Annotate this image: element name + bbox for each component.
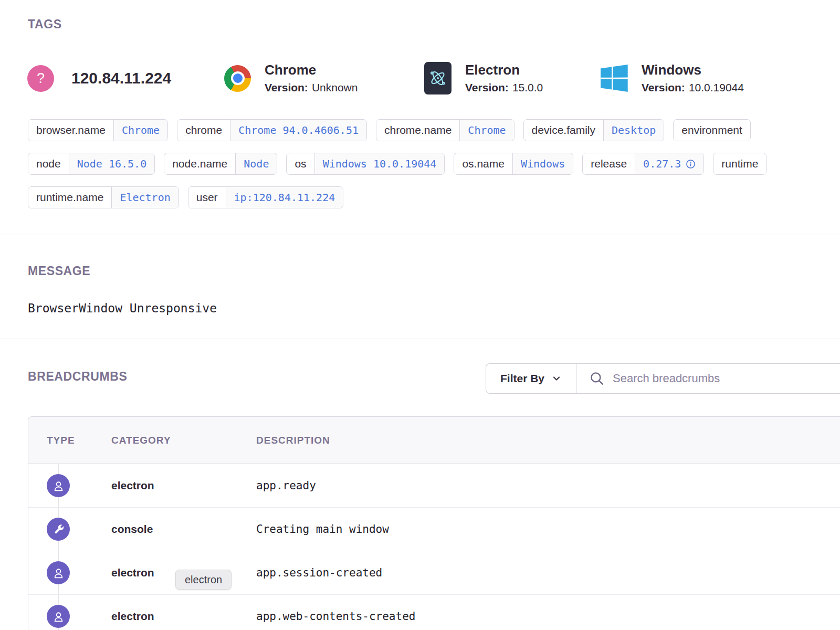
- tag-pill: userip:120.84.11.224: [188, 186, 344, 208]
- breadcrumb-row: electronapp.session-created: [28, 551, 840, 595]
- category-tooltip: electron: [175, 570, 232, 590]
- breadcrumbs-table-body[interactable]: electronapp.readyconsoleCreating main wi…: [28, 464, 840, 630]
- tag-value-link[interactable]: Chrome: [459, 120, 513, 141]
- tag-value-link[interactable]: Windows: [512, 153, 573, 174]
- breadcrumbs-section-heading: BREADCRUMBS: [28, 370, 127, 384]
- tag-pill: osWindows 10.0.19044: [286, 153, 445, 175]
- tag-key: browser.name: [28, 120, 113, 141]
- user-icon: [47, 561, 70, 584]
- tag-pill-row: runtime.nameElectronuserip:120.84.11.224: [28, 186, 840, 208]
- tag-pill: node.nameNode: [164, 153, 277, 175]
- tag-pill: device.familyDesktop: [523, 119, 665, 141]
- column-header-description: DESCRIPTION: [256, 435, 840, 446]
- tag-pill-row: browser.nameChromechromeChrome 94.0.4606…: [28, 119, 840, 141]
- breadcrumb-category: electron: [111, 479, 256, 492]
- section-divider: [0, 339, 840, 339]
- message-text: BrowserWindow Unresponsive: [28, 301, 217, 315]
- browser-version-value: Unknown: [312, 81, 358, 93]
- breadcrumb-row: consoleCreating main window: [28, 508, 840, 551]
- tag-value-link[interactable]: Chrome 94.0.4606.51: [230, 120, 366, 141]
- filter-by-button[interactable]: Filter By: [486, 364, 576, 393]
- user-context: ? 120.84.11.224: [27, 61, 171, 95]
- tag-value-text: Node: [244, 158, 269, 170]
- breadcrumb-row: electronapp.ready: [28, 464, 840, 508]
- tag-pill: runtime: [713, 153, 766, 175]
- question-avatar: ?: [27, 65, 54, 92]
- os-title: Windows: [642, 62, 744, 77]
- tag-pill: release0.27.3: [582, 153, 704, 175]
- tag-key: node: [28, 153, 69, 174]
- tag-value-text: Windows: [521, 158, 565, 170]
- runtime-title: Electron: [465, 62, 543, 77]
- os-version-value: 10.0.19044: [689, 81, 744, 93]
- os-context-text: Windows Version:10.0.19044: [642, 62, 744, 94]
- tag-pill: chromeChrome 94.0.4606.51: [177, 119, 367, 141]
- event-contexts: ? 120.84.11.224 Chrome Version:Unknown: [27, 61, 840, 95]
- tag-key: chrome: [177, 120, 230, 141]
- runtime-version-value: 15.0.0: [512, 81, 543, 93]
- column-header-category: CATEGORY: [111, 435, 256, 446]
- breadcrumbs-controls: Filter By: [486, 363, 840, 394]
- user-icon: [47, 474, 70, 497]
- tag-value-link[interactable]: ip:120.84.11.224: [226, 187, 343, 208]
- breadcrumb-type-cell: [47, 561, 111, 584]
- breadcrumbs-table: TYPE CATEGORY DESCRIPTION electronapp.re…: [28, 416, 840, 630]
- browser-context: Chrome Version:Unknown: [224, 61, 358, 95]
- os-version-label: Version:: [642, 81, 685, 93]
- tag-key: release: [583, 153, 635, 174]
- tag-key: runtime.name: [28, 187, 111, 208]
- os-context: Windows Version:10.0.19044: [601, 61, 744, 95]
- os-version: Version:10.0.19044: [642, 81, 744, 94]
- user-icon: [47, 605, 70, 628]
- tag-value-text: Desktop: [612, 124, 656, 136]
- breadcrumb-type-cell: [47, 518, 111, 541]
- electron-icon: [424, 62, 452, 94]
- breadcrumbs-search: [576, 364, 840, 393]
- runtime-version: Version:15.0.0: [465, 81, 543, 94]
- breadcrumb-description: app.ready: [256, 479, 840, 492]
- search-icon: [589, 371, 605, 386]
- tag-key: os: [287, 153, 314, 174]
- tag-value-text: 0.27.3: [643, 158, 681, 170]
- tag-pill: os.nameWindows: [454, 153, 573, 175]
- breadcrumbs-table-header: TYPE CATEGORY DESCRIPTION: [28, 417, 840, 464]
- tag-value-link[interactable]: Node 16.5.0: [69, 153, 154, 174]
- tag-value-link[interactable]: Desktop: [603, 120, 664, 141]
- tag-key: os.name: [454, 153, 512, 174]
- tag-value-link[interactable]: Electron: [111, 187, 178, 208]
- column-header-type: TYPE: [47, 435, 111, 446]
- tag-key: runtime: [713, 153, 766, 174]
- tag-pill: runtime.nameElectron: [28, 186, 179, 208]
- runtime-context-text: Electron Version:15.0.0: [465, 62, 543, 94]
- breadcrumb-row: electronapp.web-contents-created: [28, 595, 840, 630]
- tag-value-text: Electron: [120, 191, 170, 204]
- tag-pill: browser.nameChrome: [28, 119, 168, 141]
- tag-value-link[interactable]: Windows 10.0.19044: [314, 153, 445, 174]
- runtime-version-label: Version:: [465, 81, 509, 93]
- message-section-heading: MESSAGE: [28, 264, 90, 278]
- tag-key: device.family: [524, 120, 603, 141]
- browser-version: Version:Unknown: [265, 81, 358, 94]
- tag-value-link[interactable]: Chrome: [113, 120, 167, 141]
- info-icon[interactable]: [686, 159, 696, 169]
- tag-value-text: Chrome: [468, 124, 506, 136]
- chrome-icon: [224, 65, 251, 92]
- section-divider: [0, 235, 840, 235]
- breadcrumb-category: electron: [111, 610, 256, 623]
- wrench-icon: [47, 518, 70, 541]
- tag-pill: nodeNode 16.5.0: [28, 153, 155, 175]
- tag-value-link[interactable]: 0.27.3: [635, 153, 704, 174]
- tag-key: environment: [674, 120, 750, 141]
- tag-key: node.name: [164, 153, 235, 174]
- user-ip-title: 120.84.11.224: [71, 69, 171, 87]
- tag-value-link[interactable]: Node: [235, 153, 277, 174]
- windows-icon: [601, 65, 628, 92]
- tag-pill: chrome.nameChrome: [376, 119, 514, 141]
- tag-value-text: ip:120.84.11.224: [234, 191, 335, 204]
- filter-by-label: Filter By: [500, 372, 544, 385]
- event-detail-page: TAGS ? 120.84.11.224 Chrome Version:Unkn…: [0, 0, 840, 630]
- browser-context-text: Chrome Version:Unknown: [265, 62, 358, 94]
- tag-pill-list: browser.nameChromechromeChrome 94.0.4606…: [28, 119, 840, 220]
- search-breadcrumbs-input[interactable]: [613, 372, 840, 385]
- tags-section-heading: TAGS: [28, 17, 62, 32]
